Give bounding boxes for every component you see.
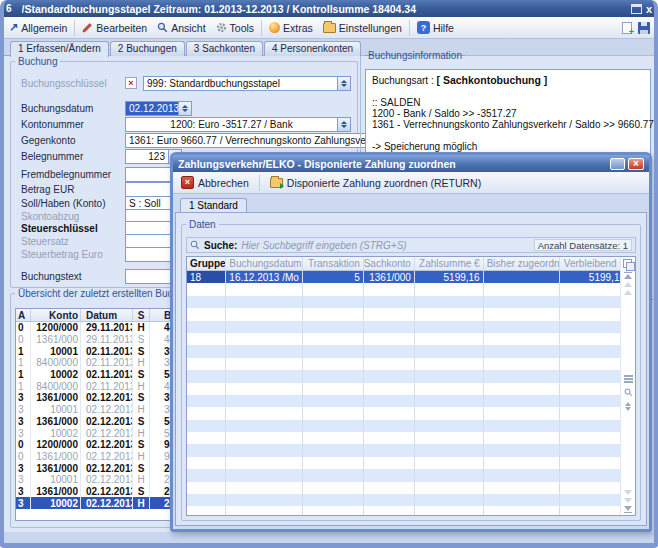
settings-icon (323, 23, 336, 33)
scroll-top-icon[interactable] (624, 272, 632, 273)
columns-icon[interactable] (624, 375, 633, 383)
field-label: Betrag EUR (21, 184, 125, 195)
field-label: Steuersatz (21, 236, 125, 247)
menu-hilfe[interactable]: ? Hilfe (412, 19, 459, 37)
empty-row[interactable] (187, 345, 635, 357)
empty-row[interactable] (187, 469, 635, 481)
tab-erfassen-aendern[interactable]: 1 Erfassen/Ändern (10, 41, 109, 57)
buchungsschluessel-combo[interactable]: 999: Standardbuchungsstapel (143, 76, 351, 91)
empty-row[interactable] (187, 283, 635, 295)
new-document-icon[interactable]: + (622, 22, 632, 34)
empty-row[interactable] (187, 407, 635, 419)
save-icon[interactable] (638, 22, 650, 34)
empty-row[interactable] (187, 296, 635, 308)
menu-separator (409, 20, 410, 36)
field-label: Belegnummer (21, 151, 125, 162)
menu-ansicht[interactable]: Ansicht (152, 19, 210, 37)
empty-row[interactable] (187, 358, 635, 370)
page-up-icon[interactable] (624, 290, 632, 295)
payments-grid: Gruppe Buchungsdatum Transaktion Sachkon… (186, 256, 636, 516)
empty-row[interactable] (187, 444, 635, 456)
empty-grid-rows (187, 283, 635, 516)
empty-row[interactable] (187, 383, 635, 395)
search-icon (190, 240, 200, 250)
field-label: Buchungsschlüssel (21, 78, 125, 89)
tab-personenkonten[interactable]: 4 Personenkonten (264, 41, 361, 56)
clear-icon[interactable]: × (125, 77, 137, 89)
search-placeholder: Hier Suchbegriff eingeben (STRG+S) (241, 240, 529, 251)
cancel-button[interactable]: × Abbrechen (177, 174, 253, 191)
field-label: Buchungsdatum (21, 103, 125, 114)
field-label: Gegenkonto (21, 135, 125, 146)
tab-strip: 1 Erfassen/Ändern 2 Buchungen 3 Sachkont… (10, 41, 361, 57)
window-number: 6 (6, 3, 12, 14)
tab-sachkonten[interactable]: 3 Sachkonten (186, 41, 263, 56)
record-count-badge: Anzahl Datensätze: 1 (534, 239, 632, 251)
assign-folder-icon (270, 178, 283, 188)
menu-separator (261, 20, 262, 36)
search-bar[interactable]: Suche: Hier Suchbegriff eingeben (STRG+S… (186, 237, 636, 253)
menu-separator (74, 20, 75, 36)
restore-icon[interactable] (631, 4, 642, 14)
field-label: Soll/Haben (Konto) (21, 198, 125, 209)
empty-row[interactable] (187, 494, 635, 506)
field-label: Buchungstext (21, 271, 125, 282)
assign-payment-button[interactable]: Disponierte Zahlung zuordnen (RETURN) (266, 175, 485, 191)
empty-row[interactable] (187, 321, 635, 333)
empty-row[interactable] (187, 333, 635, 345)
chevron-updown-icon[interactable] (337, 77, 350, 90)
search-label: Suche: (204, 240, 237, 251)
extras-icon (269, 22, 280, 33)
field-label: Steuerschlüssel (21, 223, 125, 234)
menu-einstellungen[interactable]: Einstellungen (318, 19, 407, 37)
menu-allgemein[interactable]: ↗ Allgemein (4, 19, 72, 37)
dialog-restore-icon[interactable] (610, 158, 625, 170)
empty-row[interactable] (187, 457, 635, 469)
dialog-toolbar: × Abbrechen Disponierte Zahlung zuordnen… (173, 172, 649, 194)
buchungsart-value: [ Sachkontobuchung ] (436, 74, 547, 86)
belegnummer-input[interactable]: 123 (125, 149, 169, 164)
grid-header: Gruppe Buchungsdatum Transaktion Sachkon… (187, 257, 635, 271)
group-daten: Daten Suche: Hier Suchbegriff eingeben (… (181, 219, 641, 521)
toolbar-separator (259, 175, 260, 191)
grid-rows: 18 16.12.2013 /Mo 5 1361/000 5199,16 519… (187, 271, 635, 283)
menu-tools[interactable]: Tools (211, 19, 260, 37)
dialog-tab-standard[interactable]: 1 Standard (180, 198, 247, 212)
tools-icon (216, 22, 227, 33)
empty-row[interactable] (187, 506, 635, 516)
close-icon[interactable]: x (646, 4, 652, 14)
dialog-title: Zahlungsverkehr/ELKO - Disponierte Zahlu… (178, 158, 607, 170)
field-label: Kontonummer (21, 119, 125, 130)
sort-icon[interactable] (625, 402, 631, 411)
tab-buchungen[interactable]: 2 Buchungen (110, 41, 185, 56)
arrow-up-right-icon: ↗ (9, 21, 18, 34)
cancel-icon: × (181, 176, 194, 189)
dialog-title-bar: Zahlungsverkehr/ELKO - Disponierte Zahlu… (173, 155, 649, 172)
scroll-down-icon[interactable] (624, 490, 632, 495)
payment-row[interactable]: 18 16.12.2013 /Mo 5 1361/000 5199,16 519… (187, 271, 635, 283)
buchungsdatum-input[interactable]: 02.12.2013 (125, 101, 179, 116)
scroll-bottom-icon[interactable] (624, 512, 632, 513)
empty-row[interactable] (187, 395, 635, 407)
menu-extras[interactable]: Extras (264, 19, 318, 37)
empty-row[interactable] (187, 420, 635, 432)
empty-row[interactable] (187, 432, 635, 444)
dialog-close-icon[interactable]: × (628, 158, 644, 170)
dialog-body: 1 Standard Daten Suche: Hier Suchbegriff… (173, 194, 649, 529)
grid-nav-strip (620, 257, 635, 515)
group-buchung-label: Buchung (15, 56, 60, 67)
menu-bar: ↗ Allgemein Bearbeiten Ansicht Tools Ext… (0, 17, 658, 39)
copy-icon[interactable] (623, 259, 633, 269)
menu-bearbeiten[interactable]: Bearbeiten (77, 19, 152, 37)
scroll-up-icon[interactable] (624, 282, 632, 287)
empty-row[interactable] (187, 370, 635, 382)
spinner-icon[interactable] (179, 101, 192, 116)
empty-row[interactable] (187, 308, 635, 320)
empty-row[interactable] (187, 482, 635, 494)
chevron-updown-icon[interactable] (337, 118, 350, 131)
dialog-disponierte-zahlung: Zahlungsverkehr/ELKO - Disponierte Zahlu… (170, 152, 652, 532)
help-icon: ? (417, 21, 430, 34)
page-down-icon[interactable] (624, 498, 632, 503)
kontonummer-combo[interactable]: 1200: Euro -3517.27 / Bank (125, 117, 351, 132)
grid-search-icon[interactable] (624, 388, 633, 397)
